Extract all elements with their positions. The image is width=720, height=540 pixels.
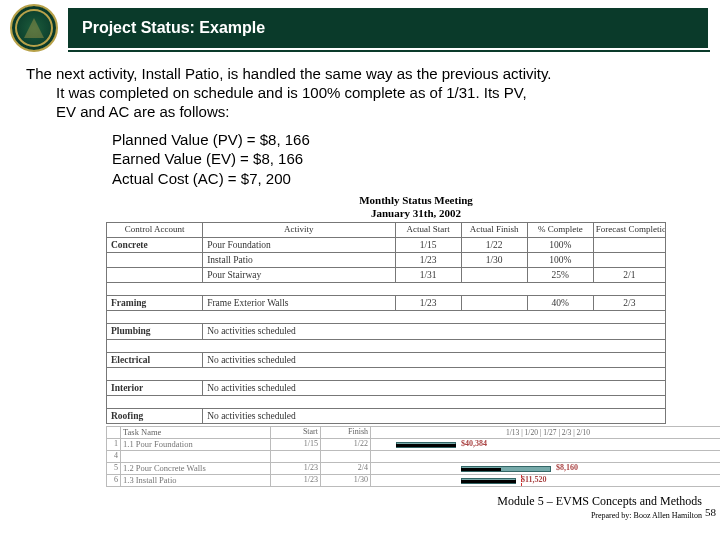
header-row: Control Account Activity Actual Start Ac… bbox=[107, 223, 666, 238]
pv-line: Planned Value (PV) = $8, 166 bbox=[112, 130, 690, 150]
page-number: 58 bbox=[705, 506, 716, 518]
table-row: Framing Frame Exterior Walls 1/23 40% 2/… bbox=[107, 296, 666, 311]
intro-line2: It was completed on schedule and is 100%… bbox=[26, 83, 690, 102]
title-bar: Project Status: Example bbox=[68, 8, 708, 48]
table-row: Interior No activities scheduled bbox=[107, 380, 666, 395]
table-row: Install Patio 1/23 1/30 100% bbox=[107, 253, 666, 268]
prepared-by: Prepared by: Booz Allen Hamilton bbox=[497, 511, 702, 520]
gantt-table: Task Name Start Finish 1/13 | 1/20 | 1/2… bbox=[106, 426, 720, 487]
doe-seal-icon bbox=[10, 4, 58, 52]
intro-line3: EV and AC are as follows: bbox=[26, 102, 690, 121]
intro-paragraph: The next activity, Install Patio, is han… bbox=[26, 64, 690, 122]
table-row: Electrical No activities scheduled bbox=[107, 352, 666, 367]
status-heading: Monthly Status Meeting January 31th, 200… bbox=[106, 194, 720, 219]
intro-line1: The next activity, Install Patio, is han… bbox=[26, 64, 690, 83]
slide-title: Project Status: Example bbox=[82, 19, 265, 37]
footer: Module 5 – EVMS Concepts and Methods Pre… bbox=[497, 494, 702, 520]
gantt-chart: Task Name Start Finish 1/13 | 1/20 | 1/2… bbox=[106, 426, 720, 487]
table-row: Pour Stairway 1/31 25% 2/1 bbox=[107, 268, 666, 283]
table-row: Plumbing No activities scheduled bbox=[107, 324, 666, 339]
ac-line: Actual Cost (AC) = $7, 200 bbox=[112, 169, 690, 189]
table-row: Roofing No activities scheduled bbox=[107, 408, 666, 423]
value-list: Planned Value (PV) = $8, 166 Earned Valu… bbox=[26, 130, 690, 189]
status-table: Control Account Activity Actual Start Ac… bbox=[106, 222, 666, 424]
slide-body: The next activity, Install Patio, is han… bbox=[0, 52, 720, 487]
table-row: Concrete Pour Foundation 1/15 1/22 100% bbox=[107, 237, 666, 252]
module-label: Module 5 – EVMS Concepts and Methods bbox=[497, 494, 702, 509]
status-figure: Monthly Status Meeting January 31th, 200… bbox=[106, 194, 720, 487]
ev-line: Earned Value (EV) = $8, 166 bbox=[112, 149, 690, 169]
